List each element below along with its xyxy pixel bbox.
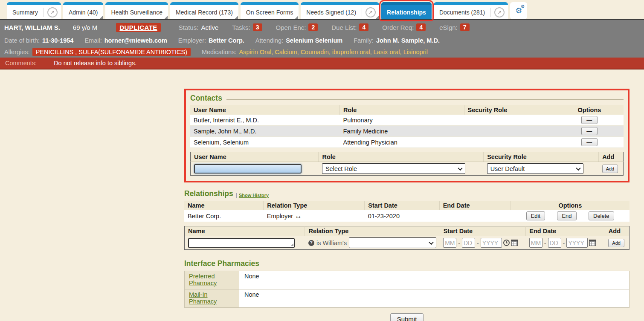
col-options: Options <box>555 105 624 115</box>
role-select[interactable]: Select Role <box>322 163 465 174</box>
patient-header-row2: Date of birth: 11-30-1954 Email: horner@… <box>0 35 644 46</box>
contact-user-name: Sample, John M., M.D. <box>190 126 340 137</box>
submit-button[interactable]: Submit <box>390 313 424 321</box>
comments-label: Comments: <box>5 60 37 67</box>
patient-name: HART, WILLIAM S. <box>4 24 60 31</box>
allergies-value[interactable]: PENICILLINS , SULFA(SULFONAMIDE ANTIBIOT… <box>32 48 191 56</box>
family-group: Family: John M. Sample, M.D. <box>354 37 440 44</box>
remove-contact-button[interactable]: — <box>581 138 598 146</box>
due-list-badge[interactable]: 4 <box>359 23 368 31</box>
medication-link[interactable]: Coumadin <box>301 49 332 55</box>
duplicate-flag[interactable]: DUPLICATE <box>116 23 160 32</box>
order-req-badge[interactable]: 4 <box>416 23 426 31</box>
new-contact-username-input[interactable] <box>194 164 302 174</box>
relationship-end-date <box>439 210 511 222</box>
medication-link[interactable]: Calcium <box>275 49 300 55</box>
contact-row: Butler, Internist E., M.D. Pulmonary — <box>190 115 624 126</box>
clock-icon[interactable] <box>503 240 510 246</box>
due-list-counter: Due List: 4 <box>331 23 368 31</box>
tab-relationships-label: Relationships <box>381 9 432 16</box>
employer-label: Employer: <box>178 37 206 44</box>
tab-relationships[interactable]: Relationships <box>381 2 432 19</box>
email-group: Email: horner@mieweb.com <box>84 37 167 44</box>
contacts-section: Contacts User Name Role Security Role Op… <box>184 89 629 182</box>
col-add: Add <box>605 226 629 236</box>
contact-security-role <box>464 137 555 148</box>
col-add: Add <box>599 152 624 162</box>
medication-link[interactable]: Aspirin Oral <box>239 49 275 55</box>
bidirectional-arrow-icon: ↔ <box>295 212 302 220</box>
start-year-input[interactable] <box>481 238 502 248</box>
status-value: Active <box>201 24 218 31</box>
tab-admin[interactable]: Admin (40) <box>63 2 103 19</box>
relationships-page: Contacts User Name Role Security Role Op… <box>184 69 629 321</box>
edit-relationship-button[interactable]: Edit <box>526 211 545 220</box>
delete-relationship-button[interactable]: Delete <box>589 211 614 220</box>
family-value: John M. Sample, M.D. <box>376 37 440 44</box>
show-history-link[interactable]: Show History <box>239 193 269 198</box>
col-options: Options <box>511 201 629 210</box>
end-month-input[interactable] <box>529 238 542 248</box>
dob-value: 11-30-1954 <box>42 37 73 44</box>
attending-value: Selenium Selenium <box>286 37 342 44</box>
start-month-input[interactable] <box>443 238 456 248</box>
comments-value: Do not release info to siblings. <box>54 60 136 67</box>
open-enc-badge[interactable]: 2 <box>308 23 318 31</box>
help-icon[interactable]: ? <box>308 240 314 246</box>
comments-banner: Comments: Do not release info to sibling… <box>0 58 644 69</box>
end-day-input[interactable] <box>548 238 561 248</box>
end-relationship-button[interactable]: End <box>557 211 576 220</box>
start-day-input[interactable] <box>462 238 475 248</box>
relation-type-select[interactable] <box>349 237 436 248</box>
end-year-input[interactable] <box>566 238 588 248</box>
resize-grip-icon[interactable] <box>291 243 293 246</box>
medication-link[interactable]: Lasix oral <box>374 49 403 55</box>
pharmacy-row: Mail-In Pharmacy None <box>185 289 629 308</box>
popout-icon[interactable]: ↗ <box>366 7 376 17</box>
section-rule <box>273 195 629 195</box>
tab-on-screen-forms[interactable]: On Screen Forms <box>241 2 299 19</box>
remove-contact-button[interactable]: — <box>581 127 598 135</box>
relationship-type: Employer↔ <box>264 210 365 222</box>
tab-health-surveillance[interactable]: Health Surveillance <box>105 2 168 19</box>
open-enc-label: Open Enc: <box>276 24 306 31</box>
mail-in-pharmacy-link[interactable]: Mail-In Pharmacy <box>189 291 217 305</box>
tasks-counter: Tasks: 3 <box>232 23 262 31</box>
relationships-header-row: Name Relation Type Start Date End Date O… <box>184 201 629 210</box>
preferred-pharmacy-link[interactable]: Preferred Pharmacy <box>189 273 217 286</box>
popout-arrow-icon: ↗ <box>497 10 502 15</box>
tab-divider <box>490 8 491 17</box>
col-relation-type: Relation Type <box>305 226 440 236</box>
settings-button[interactable]: ⚙ ⚙ <box>510 2 527 19</box>
popout-icon[interactable]: ↗ <box>494 7 505 17</box>
family-label: Family: <box>354 37 374 44</box>
contacts-section-title: Contacts <box>190 94 222 103</box>
popout-icon[interactable]: ↗ <box>47 7 58 17</box>
tab-summary-label: Summary <box>7 9 44 16</box>
tab-summary[interactable]: Summary ↗ <box>7 2 61 19</box>
add-relationship-button[interactable]: Add <box>608 239 624 247</box>
new-relationship-name-input[interactable] <box>188 238 295 248</box>
contact-security-role <box>464 115 555 126</box>
security-role-select[interactable]: User Default <box>487 163 583 174</box>
medication-link[interactable]: ibuprofen oral <box>332 49 374 55</box>
date-separator: - <box>563 240 565 246</box>
section-rule <box>264 265 629 265</box>
medications-group: Medications: Aspirin OralCalciumCoumadin… <box>202 49 428 55</box>
tab-needs-signed[interactable]: Needs Signed (12) ↗ <box>301 2 379 19</box>
chart-tab-bar: Summary ↗ Admin (40) Health Surveillance… <box>0 0 644 19</box>
esign-badge[interactable]: 7 <box>460 23 470 31</box>
allergies-group: Allergies: PENICILLINS , SULFA(SULFONAMI… <box>4 48 191 56</box>
tab-documents[interactable]: Documents (281) ↗ <box>434 2 508 19</box>
status-group: Status: Active <box>179 24 219 31</box>
remove-contact-button[interactable]: — <box>581 116 598 124</box>
calendar-icon[interactable] <box>589 240 596 246</box>
calendar-icon[interactable] <box>511 240 518 246</box>
tasks-badge[interactable]: 3 <box>253 23 262 31</box>
medication-link[interactable]: Lisinopril <box>403 49 428 55</box>
contact-row: Selenium, Selenium Attending Physician — <box>190 137 624 148</box>
email-value: horner@mieweb.com <box>104 37 167 44</box>
date-separator: - <box>458 240 460 246</box>
tab-medical-record[interactable]: Medical Record (173) <box>170 2 238 19</box>
add-contact-button[interactable]: Add <box>602 165 618 173</box>
